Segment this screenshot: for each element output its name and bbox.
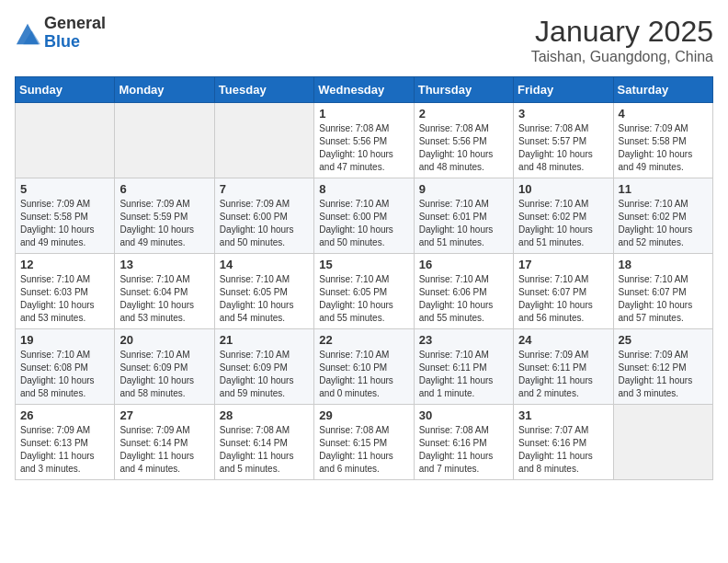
day-info: Sunrise: 7:09 AM Sunset: 6:11 PM Dayligh… (518, 349, 608, 400)
calendar-cell: 25Sunrise: 7:09 AM Sunset: 6:12 PM Dayli… (613, 329, 712, 405)
day-info: Sunrise: 7:09 AM Sunset: 5:59 PM Dayligh… (119, 198, 209, 249)
day-number: 6 (119, 182, 209, 196)
calendar-cell: 30Sunrise: 7:08 AM Sunset: 6:16 PM Dayli… (414, 405, 513, 480)
day-info: Sunrise: 7:10 AM Sunset: 6:10 PM Dayligh… (319, 349, 408, 400)
calendar-cell (16, 103, 115, 178)
day-info: Sunrise: 7:10 AM Sunset: 6:03 PM Dayligh… (20, 273, 109, 325)
logo-icon (15, 20, 40, 46)
day-info: Sunrise: 7:10 AM Sunset: 6:05 PM Dayligh… (220, 273, 309, 325)
day-number: 3 (518, 107, 608, 121)
weekday-header-wednesday: Wednesday (314, 77, 414, 103)
day-number: 10 (518, 182, 608, 196)
day-number: 31 (518, 408, 608, 422)
day-info: Sunrise: 7:08 AM Sunset: 5:56 PM Dayligh… (419, 122, 508, 174)
day-number: 27 (119, 408, 209, 422)
day-info: Sunrise: 7:09 AM Sunset: 5:58 PM Dayligh… (20, 198, 109, 249)
day-info: Sunrise: 7:10 AM Sunset: 6:09 PM Dayligh… (119, 349, 209, 400)
day-info: Sunrise: 7:10 AM Sunset: 6:01 PM Dayligh… (419, 198, 508, 249)
day-number: 21 (220, 333, 309, 347)
calendar-cell: 29Sunrise: 7:08 AM Sunset: 6:15 PM Dayli… (314, 405, 414, 480)
weekday-header-friday: Friday (514, 77, 613, 103)
day-info: Sunrise: 7:09 AM Sunset: 5:58 PM Dayligh… (619, 122, 708, 174)
day-number: 11 (619, 182, 708, 196)
day-info: Sunrise: 7:10 AM Sunset: 6:02 PM Dayligh… (619, 198, 708, 249)
day-info: Sunrise: 7:09 AM Sunset: 6:00 PM Dayligh… (220, 198, 309, 249)
day-number: 22 (319, 333, 408, 347)
logo-text: General Blue (44, 15, 106, 52)
day-number: 20 (119, 333, 209, 347)
calendar-cell: 2Sunrise: 7:08 AM Sunset: 5:56 PM Daylig… (414, 103, 513, 178)
calendar-cell: 15Sunrise: 7:10 AM Sunset: 6:05 PM Dayli… (314, 254, 414, 329)
calendar-cell: 9Sunrise: 7:10 AM Sunset: 6:01 PM Daylig… (414, 178, 513, 254)
day-info: Sunrise: 7:08 AM Sunset: 6:14 PM Dayligh… (220, 424, 309, 476)
calendar-cell: 11Sunrise: 7:10 AM Sunset: 6:02 PM Dayli… (613, 178, 712, 254)
day-info: Sunrise: 7:10 AM Sunset: 6:04 PM Dayligh… (119, 273, 209, 325)
calendar-cell: 26Sunrise: 7:09 AM Sunset: 6:13 PM Dayli… (16, 405, 115, 480)
calendar-week-row: 19Sunrise: 7:10 AM Sunset: 6:08 PM Dayli… (16, 329, 713, 405)
calendar-cell: 27Sunrise: 7:09 AM Sunset: 6:14 PM Dayli… (115, 405, 214, 480)
weekday-header-monday: Monday (115, 77, 214, 103)
day-number: 23 (419, 333, 508, 347)
day-number: 1 (319, 107, 408, 121)
day-number: 16 (419, 258, 508, 271)
day-number: 18 (619, 258, 708, 271)
day-number: 14 (220, 258, 309, 271)
page-header: General Blue January 2025 Taishan, Guang… (15, 15, 713, 65)
title-block: January 2025 Taishan, Guangdong, China (531, 15, 713, 65)
weekday-header-row: SundayMondayTuesdayWednesdayThursdayFrid… (16, 77, 713, 103)
calendar-cell: 16Sunrise: 7:10 AM Sunset: 6:06 PM Dayli… (414, 254, 513, 329)
day-number: 25 (619, 333, 708, 347)
day-number: 12 (20, 258, 109, 271)
day-number: 19 (20, 333, 109, 347)
calendar-cell: 21Sunrise: 7:10 AM Sunset: 6:09 PM Dayli… (214, 329, 313, 405)
day-info: Sunrise: 7:10 AM Sunset: 6:08 PM Dayligh… (20, 349, 109, 400)
day-number: 29 (319, 408, 408, 422)
calendar-cell: 31Sunrise: 7:07 AM Sunset: 6:16 PM Dayli… (514, 405, 613, 480)
day-number: 17 (518, 258, 608, 271)
calendar-cell: 4Sunrise: 7:09 AM Sunset: 5:58 PM Daylig… (613, 103, 712, 178)
calendar-cell: 24Sunrise: 7:09 AM Sunset: 6:11 PM Dayli… (514, 329, 613, 405)
calendar-cell: 6Sunrise: 7:09 AM Sunset: 5:59 PM Daylig… (115, 178, 214, 254)
weekday-header-tuesday: Tuesday (214, 77, 313, 103)
day-info: Sunrise: 7:08 AM Sunset: 6:16 PM Dayligh… (419, 424, 508, 476)
calendar-cell: 17Sunrise: 7:10 AM Sunset: 6:07 PM Dayli… (514, 254, 613, 329)
calendar-week-row: 26Sunrise: 7:09 AM Sunset: 6:13 PM Dayli… (16, 405, 713, 480)
location-title: Taishan, Guangdong, China (531, 49, 713, 65)
day-info: Sunrise: 7:09 AM Sunset: 6:12 PM Dayligh… (619, 349, 708, 400)
day-info: Sunrise: 7:10 AM Sunset: 6:00 PM Dayligh… (319, 198, 408, 249)
calendar-week-row: 12Sunrise: 7:10 AM Sunset: 6:03 PM Dayli… (16, 254, 713, 329)
day-number: 9 (419, 182, 508, 196)
day-info: Sunrise: 7:08 AM Sunset: 5:57 PM Dayligh… (518, 122, 608, 174)
calendar-table: SundayMondayTuesdayWednesdayThursdayFrid… (15, 76, 713, 480)
day-info: Sunrise: 7:08 AM Sunset: 6:15 PM Dayligh… (319, 424, 408, 476)
calendar-cell (214, 103, 313, 178)
calendar-cell: 23Sunrise: 7:10 AM Sunset: 6:11 PM Dayli… (414, 329, 513, 405)
day-number: 7 (220, 182, 309, 196)
day-info: Sunrise: 7:10 AM Sunset: 6:07 PM Dayligh… (518, 273, 608, 325)
calendar-week-row: 5Sunrise: 7:09 AM Sunset: 5:58 PM Daylig… (16, 178, 713, 254)
calendar-cell: 14Sunrise: 7:10 AM Sunset: 6:05 PM Dayli… (214, 254, 313, 329)
day-number: 26 (20, 408, 109, 422)
weekday-header-saturday: Saturday (613, 77, 712, 103)
day-info: Sunrise: 7:09 AM Sunset: 6:13 PM Dayligh… (20, 424, 109, 476)
calendar-cell: 22Sunrise: 7:10 AM Sunset: 6:10 PM Dayli… (314, 329, 414, 405)
calendar-cell: 7Sunrise: 7:09 AM Sunset: 6:00 PM Daylig… (214, 178, 313, 254)
logo-general-text: General (44, 15, 106, 33)
day-info: Sunrise: 7:10 AM Sunset: 6:06 PM Dayligh… (419, 273, 508, 325)
day-number: 15 (319, 258, 408, 271)
calendar-cell: 5Sunrise: 7:09 AM Sunset: 5:58 PM Daylig… (16, 178, 115, 254)
calendar-cell: 1Sunrise: 7:08 AM Sunset: 5:56 PM Daylig… (314, 103, 414, 178)
day-number: 5 (20, 182, 109, 196)
weekday-header-thursday: Thursday (414, 77, 513, 103)
calendar-cell: 3Sunrise: 7:08 AM Sunset: 5:57 PM Daylig… (514, 103, 613, 178)
calendar-cell: 12Sunrise: 7:10 AM Sunset: 6:03 PM Dayli… (16, 254, 115, 329)
day-info: Sunrise: 7:10 AM Sunset: 6:07 PM Dayligh… (619, 273, 708, 325)
calendar-cell: 28Sunrise: 7:08 AM Sunset: 6:14 PM Dayli… (214, 405, 313, 480)
day-number: 24 (518, 333, 608, 347)
calendar-cell: 8Sunrise: 7:10 AM Sunset: 6:00 PM Daylig… (314, 178, 414, 254)
month-title: January 2025 (531, 15, 713, 49)
day-number: 28 (220, 408, 309, 422)
logo-blue-text: Blue (44, 33, 106, 52)
day-number: 8 (319, 182, 408, 196)
day-info: Sunrise: 7:07 AM Sunset: 6:16 PM Dayligh… (518, 424, 608, 476)
